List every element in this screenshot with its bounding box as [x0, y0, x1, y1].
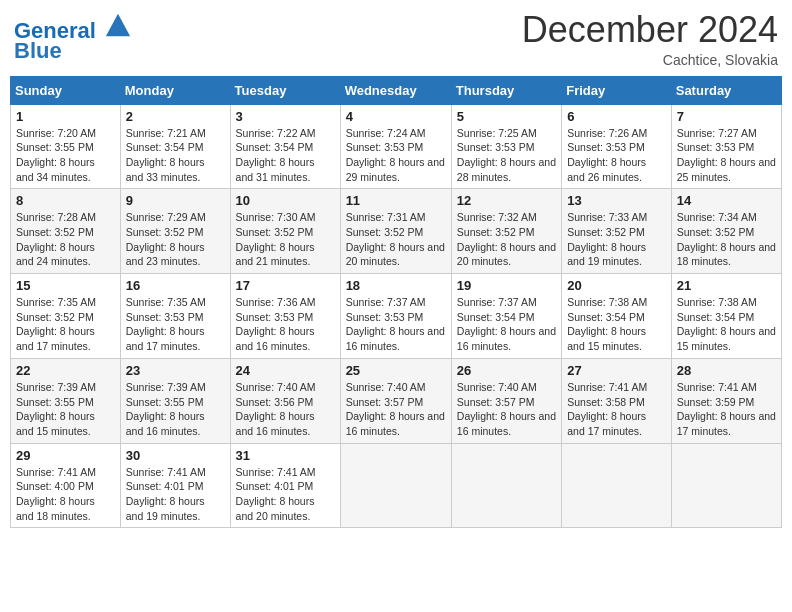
- day-info: Sunrise: 7:40 AMSunset: 3:56 PMDaylight:…: [236, 381, 316, 437]
- calendar-cell: [451, 443, 561, 528]
- calendar-cell: 9Sunrise: 7:29 AMSunset: 3:52 PMDaylight…: [120, 189, 230, 274]
- location: Cachtice, Slovakia: [522, 52, 778, 68]
- calendar-cell: 22Sunrise: 7:39 AMSunset: 3:55 PMDayligh…: [11, 358, 121, 443]
- calendar-cell: 14Sunrise: 7:34 AMSunset: 3:52 PMDayligh…: [671, 189, 781, 274]
- page-header: General Blue December 2024 Cachtice, Slo…: [10, 10, 782, 68]
- day-number: 5: [457, 109, 556, 124]
- day-number: 18: [346, 278, 446, 293]
- calendar-cell: 31Sunrise: 7:41 AMSunset: 4:01 PMDayligh…: [230, 443, 340, 528]
- day-info: Sunrise: 7:20 AMSunset: 3:55 PMDaylight:…: [16, 127, 96, 183]
- day-number: 10: [236, 193, 335, 208]
- calendar-cell: 21Sunrise: 7:38 AMSunset: 3:54 PMDayligh…: [671, 274, 781, 359]
- day-info: Sunrise: 7:27 AMSunset: 3:53 PMDaylight:…: [677, 127, 776, 183]
- day-number: 16: [126, 278, 225, 293]
- day-info: Sunrise: 7:37 AMSunset: 3:54 PMDaylight:…: [457, 296, 556, 352]
- day-info: Sunrise: 7:38 AMSunset: 3:54 PMDaylight:…: [567, 296, 647, 352]
- day-number: 6: [567, 109, 666, 124]
- calendar-cell: 25Sunrise: 7:40 AMSunset: 3:57 PMDayligh…: [340, 358, 451, 443]
- day-info: Sunrise: 7:39 AMSunset: 3:55 PMDaylight:…: [16, 381, 96, 437]
- day-number: 22: [16, 363, 115, 378]
- calendar-cell: 16Sunrise: 7:35 AMSunset: 3:53 PMDayligh…: [120, 274, 230, 359]
- day-number: 30: [126, 448, 225, 463]
- calendar-body: 1Sunrise: 7:20 AMSunset: 3:55 PMDaylight…: [11, 104, 782, 528]
- day-number: 29: [16, 448, 115, 463]
- day-info: Sunrise: 7:25 AMSunset: 3:53 PMDaylight:…: [457, 127, 556, 183]
- day-number: 4: [346, 109, 446, 124]
- day-number: 17: [236, 278, 335, 293]
- day-number: 27: [567, 363, 666, 378]
- day-number: 9: [126, 193, 225, 208]
- calendar-cell: [671, 443, 781, 528]
- calendar-cell: 7Sunrise: 7:27 AMSunset: 3:53 PMDaylight…: [671, 104, 781, 189]
- day-number: 31: [236, 448, 335, 463]
- day-number: 11: [346, 193, 446, 208]
- calendar-cell: 2Sunrise: 7:21 AMSunset: 3:54 PMDaylight…: [120, 104, 230, 189]
- day-info: Sunrise: 7:37 AMSunset: 3:53 PMDaylight:…: [346, 296, 445, 352]
- calendar-cell: 4Sunrise: 7:24 AMSunset: 3:53 PMDaylight…: [340, 104, 451, 189]
- calendar-week-5: 29Sunrise: 7:41 AMSunset: 4:00 PMDayligh…: [11, 443, 782, 528]
- day-number: 20: [567, 278, 666, 293]
- day-number: 28: [677, 363, 776, 378]
- calendar-cell: 6Sunrise: 7:26 AMSunset: 3:53 PMDaylight…: [562, 104, 672, 189]
- calendar-cell: 1Sunrise: 7:20 AMSunset: 3:55 PMDaylight…: [11, 104, 121, 189]
- day-number: 14: [677, 193, 776, 208]
- day-info: Sunrise: 7:41 AMSunset: 3:59 PMDaylight:…: [677, 381, 776, 437]
- calendar-cell: 20Sunrise: 7:38 AMSunset: 3:54 PMDayligh…: [562, 274, 672, 359]
- day-number: 2: [126, 109, 225, 124]
- day-number: 19: [457, 278, 556, 293]
- calendar-cell: 26Sunrise: 7:40 AMSunset: 3:57 PMDayligh…: [451, 358, 561, 443]
- calendar-cell: 8Sunrise: 7:28 AMSunset: 3:52 PMDaylight…: [11, 189, 121, 274]
- day-info: Sunrise: 7:30 AMSunset: 3:52 PMDaylight:…: [236, 211, 316, 267]
- calendar-cell: 28Sunrise: 7:41 AMSunset: 3:59 PMDayligh…: [671, 358, 781, 443]
- day-number: 13: [567, 193, 666, 208]
- day-number: 26: [457, 363, 556, 378]
- day-info: Sunrise: 7:36 AMSunset: 3:53 PMDaylight:…: [236, 296, 316, 352]
- calendar-cell: 15Sunrise: 7:35 AMSunset: 3:52 PMDayligh…: [11, 274, 121, 359]
- day-info: Sunrise: 7:41 AMSunset: 4:01 PMDaylight:…: [126, 466, 206, 522]
- svg-marker-0: [106, 14, 130, 36]
- day-number: 8: [16, 193, 115, 208]
- day-number: 21: [677, 278, 776, 293]
- day-info: Sunrise: 7:40 AMSunset: 3:57 PMDaylight:…: [457, 381, 556, 437]
- calendar-cell: 17Sunrise: 7:36 AMSunset: 3:53 PMDayligh…: [230, 274, 340, 359]
- day-info: Sunrise: 7:41 AMSunset: 3:58 PMDaylight:…: [567, 381, 647, 437]
- calendar-table: SundayMondayTuesdayWednesdayThursdayFrid…: [10, 76, 782, 529]
- day-info: Sunrise: 7:28 AMSunset: 3:52 PMDaylight:…: [16, 211, 96, 267]
- day-info: Sunrise: 7:38 AMSunset: 3:54 PMDaylight:…: [677, 296, 776, 352]
- weekday-header-sunday: Sunday: [11, 76, 121, 104]
- day-number: 7: [677, 109, 776, 124]
- calendar-cell: 19Sunrise: 7:37 AMSunset: 3:54 PMDayligh…: [451, 274, 561, 359]
- calendar-cell: 10Sunrise: 7:30 AMSunset: 3:52 PMDayligh…: [230, 189, 340, 274]
- logo-icon: [104, 10, 132, 38]
- day-info: Sunrise: 7:41 AMSunset: 4:01 PMDaylight:…: [236, 466, 316, 522]
- weekday-header-tuesday: Tuesday: [230, 76, 340, 104]
- calendar-cell: 13Sunrise: 7:33 AMSunset: 3:52 PMDayligh…: [562, 189, 672, 274]
- day-number: 3: [236, 109, 335, 124]
- day-info: Sunrise: 7:34 AMSunset: 3:52 PMDaylight:…: [677, 211, 776, 267]
- weekday-header-friday: Friday: [562, 76, 672, 104]
- calendar-cell: 23Sunrise: 7:39 AMSunset: 3:55 PMDayligh…: [120, 358, 230, 443]
- calendar-cell: 5Sunrise: 7:25 AMSunset: 3:53 PMDaylight…: [451, 104, 561, 189]
- day-info: Sunrise: 7:21 AMSunset: 3:54 PMDaylight:…: [126, 127, 206, 183]
- calendar-week-2: 8Sunrise: 7:28 AMSunset: 3:52 PMDaylight…: [11, 189, 782, 274]
- day-info: Sunrise: 7:35 AMSunset: 3:52 PMDaylight:…: [16, 296, 96, 352]
- day-number: 15: [16, 278, 115, 293]
- calendar-cell: [340, 443, 451, 528]
- calendar-cell: 30Sunrise: 7:41 AMSunset: 4:01 PMDayligh…: [120, 443, 230, 528]
- day-info: Sunrise: 7:40 AMSunset: 3:57 PMDaylight:…: [346, 381, 445, 437]
- calendar-cell: 24Sunrise: 7:40 AMSunset: 3:56 PMDayligh…: [230, 358, 340, 443]
- calendar-week-3: 15Sunrise: 7:35 AMSunset: 3:52 PMDayligh…: [11, 274, 782, 359]
- weekday-header-wednesday: Wednesday: [340, 76, 451, 104]
- day-info: Sunrise: 7:22 AMSunset: 3:54 PMDaylight:…: [236, 127, 316, 183]
- day-info: Sunrise: 7:29 AMSunset: 3:52 PMDaylight:…: [126, 211, 206, 267]
- weekday-header-thursday: Thursday: [451, 76, 561, 104]
- calendar-week-4: 22Sunrise: 7:39 AMSunset: 3:55 PMDayligh…: [11, 358, 782, 443]
- day-number: 25: [346, 363, 446, 378]
- weekday-header-monday: Monday: [120, 76, 230, 104]
- day-info: Sunrise: 7:24 AMSunset: 3:53 PMDaylight:…: [346, 127, 445, 183]
- day-info: Sunrise: 7:33 AMSunset: 3:52 PMDaylight:…: [567, 211, 647, 267]
- weekday-header-saturday: Saturday: [671, 76, 781, 104]
- logo-text-blue: Blue: [14, 38, 62, 63]
- month-title: December 2024: [522, 10, 778, 50]
- day-number: 24: [236, 363, 335, 378]
